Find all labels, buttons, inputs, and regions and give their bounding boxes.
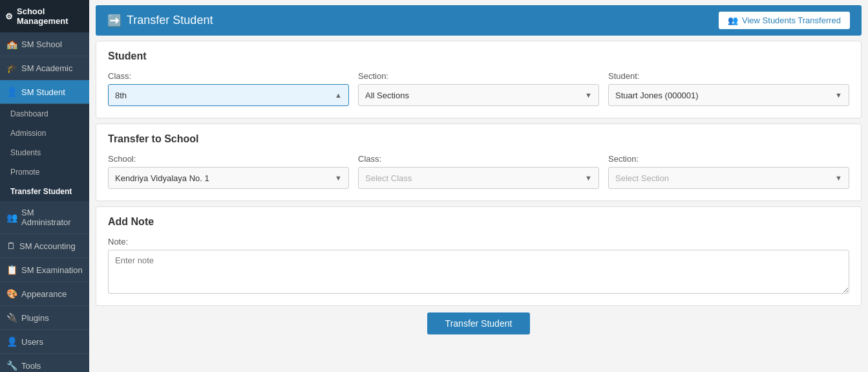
section-group: Section: All Sections ▼: [358, 71, 599, 106]
student-card-title: Student: [108, 50, 849, 62]
transfer-student-button[interactable]: Transfer Student: [427, 312, 531, 334]
transfer-section-select[interactable]: Select Section ▼: [608, 167, 849, 189]
transfer-school-value: Kendriya Vidyalaya No. 1: [115, 173, 209, 183]
academic-icon: 🎓: [6, 63, 17, 73]
users-icon: 👤: [6, 336, 17, 347]
sidebar-label-sm-school: SM School: [21, 39, 62, 49]
brand-icon: ⚙: [5, 12, 13, 21]
sidebar-label-appearance: Appearance: [21, 289, 67, 299]
view-students-transferred-button[interactable]: 👥 View Students Transferred: [719, 12, 850, 29]
class-label: Class:: [108, 71, 349, 81]
section-label: Section:: [358, 71, 599, 81]
student-select[interactable]: Stuart Jones (000001) ▼: [608, 84, 849, 106]
sidebar-sub-students[interactable]: Students: [0, 143, 89, 162]
sidebar-sub-dashboard[interactable]: Dashboard: [0, 104, 89, 124]
student-group: Student: Stuart Jones (000001) ▼: [608, 71, 849, 106]
transfer-section-placeholder: Select Section: [615, 173, 669, 183]
transfer-btn-wrap: Transfer Student: [96, 312, 862, 334]
class-select[interactable]: 8th ▲: [108, 84, 349, 106]
sidebar-label-sm-examination: SM Examination: [21, 265, 83, 275]
sidebar-item-sm-academic[interactable]: 🎓 SM Academic: [0, 56, 89, 80]
sidebar-item-appearance[interactable]: 🎨 Appearance: [0, 282, 89, 306]
transfer-class-select[interactable]: Select Class ▼: [358, 167, 599, 189]
sidebar-item-sm-student[interactable]: 👤 SM Student: [0, 80, 89, 104]
section-select[interactable]: All Sections ▼: [358, 84, 599, 106]
administrator-icon: 👥: [6, 212, 17, 223]
class-arrow-icon: ▲: [335, 91, 342, 99]
transfer-school-select[interactable]: Kendriya Vidyalaya No. 1 ▼: [108, 167, 349, 189]
transfer-class-placeholder: Select Class: [365, 173, 412, 183]
transfer-school-group: School: Kendriya Vidyalaya No. 1 ▼: [108, 154, 349, 189]
sidebar-item-sm-accounting[interactable]: 🗒 SM Accounting: [0, 234, 89, 258]
transfer-header-icon: ➡️: [107, 14, 122, 28]
transfer-class-label: Class:: [358, 154, 599, 164]
student-form-row: Class: 8th ▲ Section: All Sections ▼ Stu…: [108, 71, 849, 106]
sidebar-sub-transfer-student[interactable]: Transfer Student: [0, 182, 89, 201]
sidebar-sub-admission[interactable]: Admission: [0, 124, 89, 143]
school-icon: 🏫: [6, 39, 17, 49]
sidebar-label-sm-student: SM Student: [21, 87, 65, 97]
student-label: Student:: [608, 71, 849, 81]
sidebar-sub-promote[interactable]: Promote: [0, 162, 89, 182]
plugins-icon: 🔌: [6, 312, 17, 323]
view-btn-icon: 👥: [728, 16, 738, 25]
sidebar-brand: ⚙ School Management: [0, 0, 89, 32]
note-textarea[interactable]: [108, 250, 849, 294]
sidebar-label-sm-academic: SM Academic: [21, 63, 72, 73]
note-group: Note:: [108, 237, 849, 294]
section-arrow-icon: ▼: [585, 91, 592, 99]
sidebar-label-sm-accounting: SM Accounting: [19, 241, 76, 251]
transfer-section-label: Section:: [608, 154, 849, 164]
student-card: Student Class: 8th ▲ Section: All Sectio…: [96, 41, 862, 118]
brand-label: School Management: [17, 6, 84, 26]
transfer-form-row: School: Kendriya Vidyalaya No. 1 ▼ Class…: [108, 154, 849, 189]
transfer-section-group: Section: Select Section ▼: [608, 154, 849, 189]
note-label: Note:: [108, 237, 849, 246]
transfer-header-title: ➡️ Transfer Student: [107, 14, 213, 28]
class-value: 8th: [115, 91, 127, 100]
transfer-header: ➡️ Transfer Student 👥 View Students Tran…: [96, 5, 862, 36]
view-btn-label: View Students Transferred: [742, 16, 841, 25]
sidebar-label-users: Users: [21, 337, 43, 347]
transfer-to-school-card: Transfer to School School: Kendriya Vidy…: [96, 124, 862, 201]
transfer-school-arrow-icon: ▼: [335, 174, 342, 182]
transfer-class-arrow-icon: ▼: [585, 174, 592, 182]
examination-icon: 📋: [6, 265, 17, 275]
main-content: ➡️ Transfer Student 👥 View Students Tran…: [89, 0, 868, 372]
transfer-to-school-title: Transfer to School: [108, 133, 849, 145]
transfer-school-label: School:: [108, 154, 349, 164]
sidebar-item-plugins[interactable]: 🔌 Plugins: [0, 306, 89, 330]
transfer-class-group: Class: Select Class ▼: [358, 154, 599, 189]
sidebar-label-sm-administrator: SM Administrator: [21, 208, 83, 227]
sidebar-item-users[interactable]: 👤 Users: [0, 330, 89, 354]
transfer-section-arrow-icon: ▼: [835, 174, 842, 182]
student-submenu: Dashboard Admission Students Promote Tra…: [0, 104, 89, 201]
student-icon: 👤: [6, 87, 17, 97]
sidebar-item-sm-examination[interactable]: 📋 SM Examination: [0, 258, 89, 282]
add-note-title: Add Note: [108, 216, 849, 228]
sidebar-item-tools[interactable]: 🔧 Tools: [0, 354, 89, 372]
accounting-icon: 🗒: [6, 241, 16, 251]
sidebar-label-plugins: Plugins: [21, 313, 49, 323]
sidebar-item-sm-administrator[interactable]: 👥 SM Administrator: [0, 201, 89, 234]
student-value: Stuart Jones (000001): [615, 91, 699, 100]
sidebar: ⚙ School Management 🏫 SM School 🎓 SM Aca…: [0, 0, 89, 372]
class-group: Class: 8th ▲: [108, 71, 349, 106]
student-arrow-icon: ▼: [835, 91, 842, 99]
transfer-header-text: Transfer Student: [127, 14, 213, 27]
sidebar-item-sm-school[interactable]: 🏫 SM School: [0, 32, 89, 56]
add-note-card: Add Note Note:: [96, 206, 862, 306]
sidebar-label-tools: Tools: [21, 361, 41, 371]
section-value: All Sections: [365, 91, 409, 100]
tools-icon: 🔧: [6, 360, 17, 371]
appearance-icon: 🎨: [6, 289, 17, 299]
